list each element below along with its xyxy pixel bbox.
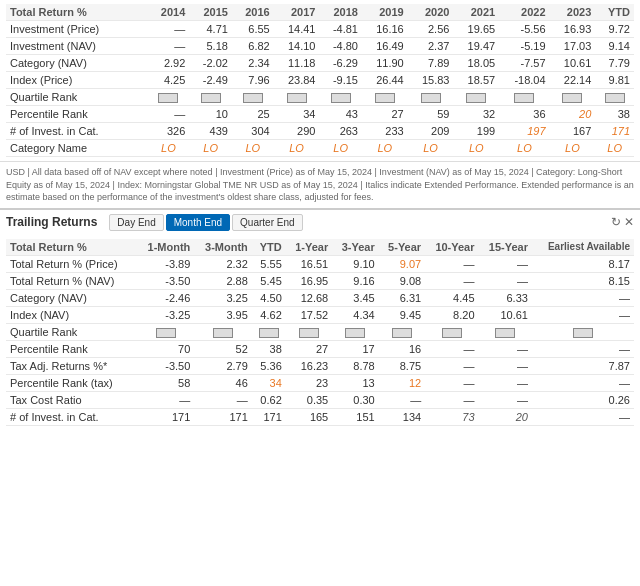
col-2019: 2019 (362, 4, 408, 21)
cell-value: — (425, 374, 478, 391)
cell-value: 209 (408, 123, 454, 140)
cell-value: 9.45 (379, 306, 425, 323)
cell-value (479, 323, 532, 340)
trailing-returns-section: Total Return % 1-Month 3-Month YTD 1-Yea… (0, 235, 640, 430)
cell-value: LO (499, 140, 549, 157)
top-table: Total Return % 2014 2015 2016 2017 2018 … (6, 4, 634, 157)
trailing-returns-header: Trailing Returns Day End Month End Quart… (0, 208, 640, 235)
cell-value: 7.79 (595, 55, 634, 72)
row-label: Quartile Rank (6, 323, 137, 340)
cell-value: 2.34 (232, 55, 274, 72)
refresh-icon[interactable]: ↻ ✕ (611, 215, 634, 229)
cell-value: -7.57 (499, 55, 549, 72)
cell-value: LO (189, 140, 232, 157)
cell-value: 19.65 (453, 21, 499, 38)
cell-value: 22.14 (550, 72, 596, 89)
cell-value: 8.15 (532, 272, 634, 289)
top-table-section: Total Return % 2014 2015 2016 2017 2018 … (0, 0, 640, 161)
tr-col-15y: 15-Year (479, 239, 532, 256)
row-label: Investment (NAV) (6, 38, 148, 55)
cell-value: 4.25 (148, 72, 190, 89)
cell-value: LO (319, 140, 362, 157)
cell-value: 4.45 (425, 289, 478, 306)
cell-value: 70 (137, 340, 194, 357)
table-row: Percentile Rank (tax)584634231312——— (6, 374, 634, 391)
cell-value (252, 323, 286, 340)
cell-value: 167 (550, 123, 596, 140)
cell-value: -2.46 (137, 289, 194, 306)
cell-value: 8.20 (425, 306, 478, 323)
col-2017: 2017 (274, 4, 320, 21)
row-label: Quartile Rank (6, 89, 148, 106)
tr-col-5y: 5-Year (379, 239, 425, 256)
top-table-header: Total Return % 2014 2015 2016 2017 2018 … (6, 4, 634, 21)
col-2016: 2016 (232, 4, 274, 21)
cell-value (148, 89, 190, 106)
cell-value: LO (408, 140, 454, 157)
trailing-returns-table: Total Return % 1-Month 3-Month YTD 1-Yea… (6, 239, 634, 426)
cell-value: 6.33 (479, 289, 532, 306)
cell-value: LO (595, 140, 634, 157)
cell-value: 4.50 (252, 289, 286, 306)
cell-value: 17.03 (550, 38, 596, 55)
cell-value: 0.62 (252, 391, 286, 408)
row-label: Tax Cost Ratio (6, 391, 137, 408)
cell-value: — (379, 391, 425, 408)
cell-value: 2.79 (194, 357, 251, 374)
cell-value: -3.25 (137, 306, 194, 323)
col-2021: 2021 (453, 4, 499, 21)
cell-value: 171 (595, 123, 634, 140)
row-label: # of Invest. in Cat. (6, 123, 148, 140)
cell-value: 59 (408, 106, 454, 123)
cell-value: — (479, 357, 532, 374)
cell-value: -5.19 (499, 38, 549, 55)
cell-value: 2.56 (408, 21, 454, 38)
col-2020: 2020 (408, 4, 454, 21)
cell-value: 36 (499, 106, 549, 123)
table-row: # of Invest. in Cat.17117117116515113473… (6, 408, 634, 425)
cell-value: 46 (194, 374, 251, 391)
cell-value: 171 (252, 408, 286, 425)
row-label: Percentile Rank (tax) (6, 374, 137, 391)
cell-value (332, 323, 378, 340)
cell-value (137, 323, 194, 340)
cell-value: 27 (362, 106, 408, 123)
cell-value: 3.45 (332, 289, 378, 306)
table-row: Quartile Rank (6, 89, 634, 106)
cell-value: 5.36 (252, 357, 286, 374)
table-row: Category (NAV)-2.463.254.5012.683.456.31… (6, 289, 634, 306)
cell-value: 34 (274, 106, 320, 123)
cell-value: 10.61 (550, 55, 596, 72)
cell-value: 26.44 (362, 72, 408, 89)
row-label: # of Invest. in Cat. (6, 408, 137, 425)
cell-value: — (148, 106, 190, 123)
cell-value: 20 (550, 106, 596, 123)
cell-value: — (532, 306, 634, 323)
month-end-button[interactable]: Month End (166, 214, 230, 231)
cell-value: 165 (286, 408, 332, 425)
cell-value: 9.14 (595, 38, 634, 55)
cell-value: 11.18 (274, 55, 320, 72)
table-row: Category NameLOLOLOLOLOLOLOLOLOLOLO (6, 140, 634, 157)
cell-value: 6.55 (232, 21, 274, 38)
trailing-table-header: Total Return % 1-Month 3-Month YTD 1-Yea… (6, 239, 634, 256)
cell-value: 0.35 (286, 391, 332, 408)
row-label: Total Return % (Price) (6, 255, 137, 272)
tr-col-earliest: Earliest Available (532, 239, 634, 256)
cell-value: LO (274, 140, 320, 157)
quarter-end-button[interactable]: Quarter End (232, 214, 302, 231)
cell-value: LO (362, 140, 408, 157)
cell-value: -2.49 (189, 72, 232, 89)
cell-value: — (194, 391, 251, 408)
cell-value: 263 (319, 123, 362, 140)
day-end-button[interactable]: Day End (109, 214, 163, 231)
table-row: # of Invest. in Cat.32643930429026323320… (6, 123, 634, 140)
top-table-body: Investment (Price)—4.716.5514.41-4.8116.… (6, 21, 634, 157)
cell-value: 12 (379, 374, 425, 391)
cell-value: -9.15 (319, 72, 362, 89)
cell-value: — (425, 357, 478, 374)
cell-value: 17 (332, 340, 378, 357)
cell-value: — (425, 272, 478, 289)
cell-value: 16.95 (286, 272, 332, 289)
cell-value: 3.25 (194, 289, 251, 306)
